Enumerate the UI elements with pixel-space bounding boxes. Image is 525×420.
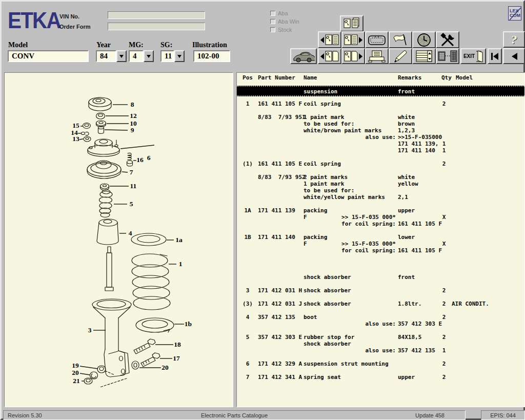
part-callout-20: 20 (72, 369, 79, 376)
cell-mid: >> 15-F-035 000* (337, 241, 396, 247)
aba-win-checkbox[interactable] (270, 19, 275, 24)
prev-parts-list-button[interactable] (318, 31, 341, 48)
prev-illustration-button[interactable] (318, 48, 341, 64)
status-bar: Revision 5.30 Electronic Parts Catalogue… (3, 410, 466, 420)
print-button[interactable] (365, 48, 389, 64)
cell-qty: 2 (438, 374, 450, 381)
order-form-input[interactable] (108, 23, 205, 30)
cell-pos: 1A (240, 207, 255, 214)
part-callout-16: 16 (136, 156, 144, 164)
cell-mid: for coil spring: (337, 247, 396, 254)
year-dropdown-button[interactable] (116, 50, 127, 62)
flag-button[interactable] (389, 31, 412, 48)
part-callout-12: 12 (130, 112, 137, 119)
cell-rem: upper (398, 374, 415, 381)
model-label: Model (8, 41, 28, 49)
next-parts-list-button[interactable] (341, 31, 365, 48)
table-row: 7171 412 341 Aspring seatupper2 (237, 374, 524, 381)
illustration-input[interactable]: 102-00 (193, 50, 230, 62)
part-callout-6: 6 (147, 154, 151, 162)
first-page-button[interactable] (488, 48, 502, 64)
part-callout-20: 20 (161, 364, 169, 371)
sg-dropdown-button[interactable] (174, 50, 185, 62)
vin-input[interactable] (108, 11, 205, 19)
etka-window: ETKA VIN No. Order Form Model Year MG: S… (0, 0, 525, 420)
cell-pos: (3) (240, 301, 255, 307)
aba-checkbox[interactable] (270, 11, 275, 16)
part-callout-8: 8 (131, 101, 134, 108)
stock-checkbox[interactable] (270, 27, 275, 32)
list-sort-icon (415, 50, 433, 63)
cell-part: 171 412 031 H (258, 287, 302, 294)
cell-name: shock absorber (304, 301, 351, 307)
active-view-button[interactable] (340, 15, 364, 32)
printer-icon (368, 50, 386, 63)
table-row: to be used for: (237, 187, 524, 194)
cell-part: 161 411 105 E (258, 161, 302, 167)
parts-list-button[interactable] (412, 48, 436, 64)
section-header-bar: suspension front (237, 86, 524, 96)
sg-value[interactable]: 11 (160, 50, 174, 62)
annotate-button[interactable] (389, 48, 412, 64)
sg-label: SG: (160, 41, 172, 49)
clock-button[interactable] (412, 31, 436, 48)
cell-name: shock absorber (304, 274, 351, 281)
status-update: Update 458 (415, 412, 445, 418)
parts-table-panel: PosPart NumberNameRemarksQtyModel suspen… (236, 72, 525, 407)
next-illustration-button[interactable] (341, 48, 365, 64)
cell-mid: >> 15-F-035 000* (337, 214, 396, 221)
table-row (237, 154, 524, 161)
table-header-row: PosPart NumberNameRemarksQtyModel (237, 74, 524, 81)
car-button[interactable] (290, 48, 317, 64)
cell-pos: 6 (240, 361, 255, 367)
cell-qty: X (438, 214, 450, 221)
cell-part: 357 412 303 E (258, 334, 302, 341)
cell-qty: 2 (438, 101, 450, 107)
label-leader-line (79, 139, 83, 139)
cell-name: F (304, 214, 307, 221)
cell-rem: 357 412 135 (398, 347, 435, 354)
tools-icon (438, 33, 457, 47)
cell-name: boot (304, 314, 317, 321)
vin-label: VIN No. (59, 13, 79, 19)
help-icon: ? (511, 33, 517, 47)
cell-pos: 1B (240, 234, 255, 241)
tools-button[interactable] (436, 31, 459, 48)
part-callout-9: 9 (131, 126, 134, 134)
help-button[interactable]: ? (503, 31, 525, 48)
cell-name: to be used for: (304, 187, 354, 194)
stock-checkbox-label: Stock (278, 27, 292, 33)
table-row: also use:357 412 303 E (237, 321, 524, 327)
prev-illustration-icon (320, 50, 339, 63)
table-row: 5357 412 303 Erubber stop for84X18,52 (237, 334, 524, 341)
part-callout-17: 17 (173, 354, 180, 362)
cell-pos: 1 (240, 101, 255, 107)
lexcom-logo: LEX COM (508, 6, 521, 21)
transfer-button[interactable] (436, 48, 459, 64)
mg-value[interactable]: 4 (129, 50, 144, 62)
table-row (237, 294, 524, 301)
part-callout-4: 4 (129, 229, 132, 237)
exit-button[interactable]: EXIT (460, 48, 486, 64)
table-row: F>> 15-F-035 000*X (237, 241, 524, 247)
gasket-button[interactable] (365, 31, 389, 48)
cell-qty: 2 (438, 287, 450, 294)
cell-qty: 2 (438, 314, 450, 321)
status-epis: EPIS: 044 (481, 410, 525, 420)
part-callout-19: 19 (72, 362, 79, 369)
model-input[interactable]: CONV (8, 50, 89, 62)
cell-part: 171 412 329 A (258, 361, 302, 367)
back-button[interactable] (503, 48, 525, 64)
cell-mid: also use: (337, 347, 396, 354)
cell-name: white/brown paint marks (304, 127, 381, 134)
aba-win-checkbox-label: Aba Win (278, 18, 299, 25)
part-callout-13: 13 (72, 135, 79, 143)
mg-dropdown-button[interactable] (144, 50, 154, 62)
year-value[interactable]: 84 (96, 50, 116, 62)
column-header-model: Model (456, 74, 473, 81)
table-row: 1161 411 105 Fcoil spring2 (237, 101, 524, 107)
illustration-panel: 812151014913616711541a131b181720192021 (4, 72, 233, 407)
cell-part: 8/83 7/93 951 (258, 114, 306, 121)
cell-pos: 3 (240, 287, 255, 294)
cell-name: rubber stop for (304, 334, 354, 341)
